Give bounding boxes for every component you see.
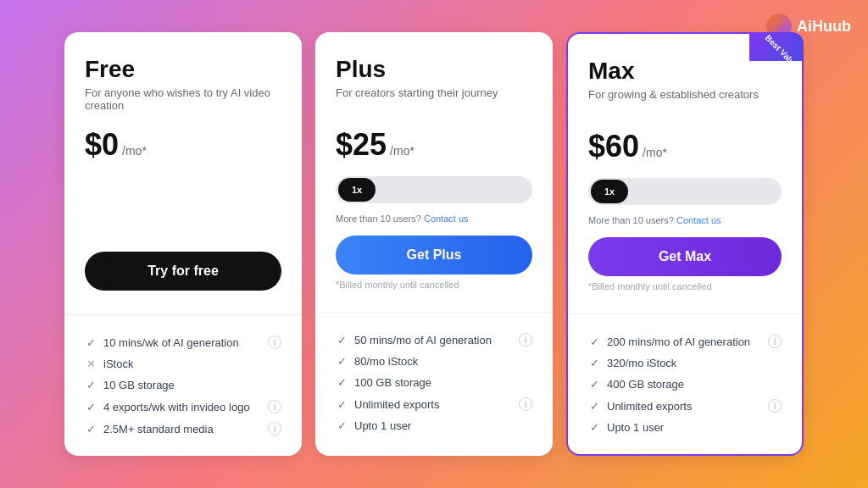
check-icon: ✓ <box>85 379 97 391</box>
feature-item: ✓ 200 mins/mo of AI generation i <box>588 335 782 348</box>
slider-thumb-plus: 1x <box>338 178 376 202</box>
check-icon: ✓ <box>336 355 348 368</box>
user-slider-max[interactable]: 1x <box>588 178 782 205</box>
check-icon: ✓ <box>588 336 600 348</box>
best-value-badge: Best Value <box>749 32 804 61</box>
feature-item: ✓ Upto 1 user <box>336 419 532 432</box>
info-icon[interactable]: i <box>268 422 281 435</box>
price-period-plus: /mo* <box>390 144 415 158</box>
svg-point-0 <box>773 20 786 33</box>
feature-item: ✓ Unlimited exports i <box>588 399 782 413</box>
check-icon: ✓ <box>588 421 600 434</box>
feature-item: ✓ 4 exports/wk with invideo logo i <box>85 400 281 413</box>
feature-item: ✓ Unlimited exports i <box>336 397 532 411</box>
pricing-container: Free For anyone who wishes to try AI vid… <box>47 15 821 473</box>
check-icon: ✓ <box>336 376 348 389</box>
logo-text: AiHuub <box>797 18 851 36</box>
plan-card-max: Best Value Max For growing & established… <box>566 32 804 456</box>
feature-item: ✓ 10 mins/wk of AI generation i <box>85 336 281 349</box>
feature-text: 10 mins/wk of AI generation <box>103 336 239 349</box>
info-icon[interactable]: i <box>768 399 782 413</box>
plan-name-plus: Plus <box>336 56 532 83</box>
get-plus-button[interactable]: Get Plus <box>336 236 532 274</box>
info-icon[interactable]: i <box>268 336 281 349</box>
check-icon: ✓ <box>588 378 600 391</box>
check-icon: ✓ <box>588 357 600 369</box>
plan-desc-plus: For creators starting their journey <box>336 86 532 117</box>
info-icon[interactable]: i <box>519 397 532 411</box>
feature-text: 2.5M+ standard media <box>103 423 214 435</box>
check-icon: ✓ <box>588 400 600 413</box>
price-amount-free: $0 <box>85 127 119 163</box>
cross-icon: ✕ <box>85 358 97 370</box>
plan-price-max: $60 /mo* <box>588 129 782 164</box>
feature-item: ✓ 10 GB storage <box>85 379 281 391</box>
feature-text: 80/mo iStock <box>354 355 418 368</box>
feature-text: 10 GB storage <box>103 379 175 391</box>
feature-text: 320/mo iStock <box>607 357 676 369</box>
feature-text: iStock <box>103 358 133 370</box>
feature-item: ✓ 100 GB storage <box>336 376 532 389</box>
check-icon: ✓ <box>336 334 348 347</box>
try-free-button[interactable]: Try for free <box>85 252 281 291</box>
plan-name-max: Max <box>588 58 782 85</box>
plan-card-plus: Plus For creators starting their journey… <box>315 32 553 456</box>
plan-desc-free: For anyone who wishes to try AI video cr… <box>85 86 281 117</box>
check-icon: ✓ <box>336 398 348 411</box>
feature-text: 400 GB storage <box>607 378 684 391</box>
slider-track-max[interactable]: 1x <box>588 178 782 205</box>
billed-note-plus: *Billed monthly until cancelled <box>336 280 532 290</box>
price-amount-max: $60 <box>588 129 639 164</box>
feature-text: 50 mins/mo of AI generation <box>354 334 492 347</box>
plan-price-free: $0 /mo* <box>85 127 281 163</box>
price-period-free: /mo* <box>122 144 147 158</box>
check-icon: ✓ <box>85 423 97 435</box>
slider-track-plus[interactable]: 1x <box>336 176 532 203</box>
slider-hint-max: More than 10 users? Contact us <box>588 215 782 225</box>
features-list-max: ✓ 200 mins/mo of AI generation i ✓ 320/m… <box>588 335 782 434</box>
feature-item: ✓ Upto 1 user <box>588 421 782 434</box>
divider-plus <box>315 312 553 313</box>
check-icon: ✓ <box>336 419 348 432</box>
feature-text: 4 exports/wk with invideo logo <box>103 401 250 413</box>
user-slider-plus[interactable]: 1x <box>336 176 532 203</box>
feature-item: ✓ 50 mins/mo of AI generation i <box>336 333 532 347</box>
best-value-text: Best Value <box>763 33 795 65</box>
billed-note-max: *Billed monthly until cancelled <box>588 281 782 291</box>
plan-name-free: Free <box>85 56 281 83</box>
feature-item: ✓ 400 GB storage <box>588 378 782 391</box>
check-icon: ✓ <box>85 336 97 349</box>
contact-link-plus[interactable]: Contact us <box>424 214 469 224</box>
features-list-plus: ✓ 50 mins/mo of AI generation i ✓ 80/mo … <box>336 333 532 432</box>
feature-text: 100 GB storage <box>354 376 431 389</box>
feature-text: Upto 1 user <box>354 419 411 432</box>
feature-item: ✓ 320/mo iStock <box>588 357 782 369</box>
feature-item: ✕ iStock <box>85 358 281 370</box>
divider-max <box>568 313 802 314</box>
price-period-max: /mo* <box>643 146 667 159</box>
divider-free <box>64 314 302 315</box>
feature-text: Upto 1 user <box>607 421 664 434</box>
info-icon[interactable]: i <box>268 400 281 413</box>
feature-text: 200 mins/mo of AI generation <box>607 336 750 348</box>
get-max-button[interactable]: Get Max <box>588 237 782 276</box>
plan-card-free: Free For anyone who wishes to try AI vid… <box>64 32 302 456</box>
feature-item: ✓ 2.5M+ standard media i <box>85 422 281 435</box>
feature-item: ✓ 80/mo iStock <box>336 355 532 368</box>
features-list-free: ✓ 10 mins/wk of AI generation i ✕ iStock… <box>85 336 281 435</box>
check-icon: ✓ <box>85 401 97 413</box>
info-icon[interactable]: i <box>768 335 782 348</box>
feature-text: Unlimited exports <box>354 398 439 411</box>
feature-text: Unlimited exports <box>607 400 692 413</box>
plan-price-plus: $25 /mo* <box>336 127 532 163</box>
plan-desc-max: For growing & established creators <box>588 88 782 119</box>
slider-thumb-max: 1x <box>591 180 628 203</box>
contact-link-max[interactable]: Contact us <box>676 215 721 225</box>
slider-hint-plus: More than 10 users? Contact us <box>336 214 532 224</box>
price-amount-plus: $25 <box>336 127 387 163</box>
info-icon[interactable]: i <box>519 333 532 347</box>
